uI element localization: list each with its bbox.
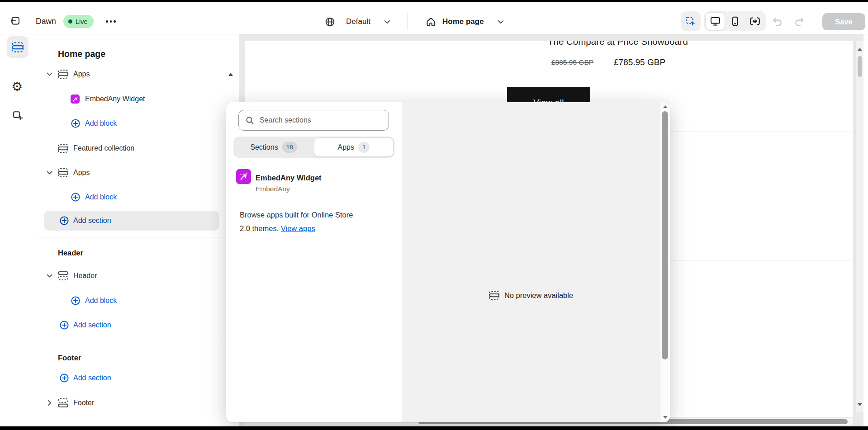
chevron-right-icon[interactable] xyxy=(48,400,52,406)
window-edge-bottom xyxy=(0,426,868,430)
add-section-button[interactable]: Add section xyxy=(35,213,239,229)
chevron-down-icon[interactable] xyxy=(47,171,52,175)
group-heading-header: Header xyxy=(58,245,83,261)
popup-tabs: Sections 18 Apps 1 xyxy=(233,137,394,158)
browse-apps-text: Browse apps built for Online Store 2.0 t… xyxy=(240,208,394,235)
scrollbar-thumb[interactable] xyxy=(662,111,668,359)
chevron-down-icon[interactable] xyxy=(47,72,52,76)
group-heading-footer: Footer xyxy=(58,350,81,366)
topbar-divider xyxy=(407,13,408,30)
no-preview-row: No preview available xyxy=(402,291,660,300)
sidebar-item-footer[interactable]: Footer xyxy=(35,395,239,411)
add-block-button[interactable]: Add block xyxy=(35,293,239,309)
mobile-view-button[interactable] xyxy=(725,12,745,30)
sections-count-badge: 18 xyxy=(282,142,297,153)
scroll-down-arrow[interactable] xyxy=(663,416,668,419)
sidebar-item-label: Footer xyxy=(73,399,94,407)
footer-section-icon xyxy=(58,398,68,407)
sidebar-item-label: Header xyxy=(73,272,97,280)
viewport-switcher xyxy=(704,11,766,31)
tab-apps[interactable]: Apps 1 xyxy=(314,137,394,157)
app-item-title: EmbedAny Widget xyxy=(256,173,322,183)
rail-app-embeds-tab[interactable] xyxy=(12,110,23,121)
section-icon xyxy=(58,70,68,79)
view-apps-link[interactable]: View apps xyxy=(281,224,315,232)
section-icon xyxy=(58,144,68,153)
page-selector[interactable] xyxy=(426,17,436,27)
redo-button[interactable] xyxy=(793,16,805,28)
add-section-label: Add section xyxy=(73,217,111,225)
theme-name: Dawn xyxy=(36,16,56,27)
apps-icon xyxy=(12,110,23,121)
price-row: £885.95 GBP £785.95 GBP xyxy=(245,57,853,68)
sidebar-item-label: Apps xyxy=(73,70,90,78)
search-input[interactable] xyxy=(260,110,386,130)
add-block-label: Add block xyxy=(85,119,117,128)
editor-rail: ⚙ xyxy=(0,34,35,426)
search-sections-field[interactable] xyxy=(238,110,389,131)
add-icon xyxy=(59,320,69,330)
sidebar-item-header[interactable]: Header xyxy=(35,268,239,284)
sidebar-item-label: Apps xyxy=(73,169,90,177)
save-button[interactable]: Save xyxy=(822,13,865,30)
exit-editor-button[interactable] xyxy=(10,16,21,27)
sidebar-item-apps[interactable]: Apps xyxy=(35,68,239,82)
add-block-button[interactable]: Add block xyxy=(35,115,239,132)
sidebar-section-list: Apps EmbedAny Widget Add block Featured … xyxy=(35,68,239,426)
locale-selector[interactable] xyxy=(325,17,335,27)
add-section-button[interactable]: Add section xyxy=(35,370,239,386)
rail-theme-settings-tab[interactable]: ⚙ xyxy=(11,80,23,94)
search-icon xyxy=(246,116,254,125)
add-section-label: Add section xyxy=(73,321,111,329)
add-icon xyxy=(59,216,69,226)
preview-vertical-scrollbar[interactable] xyxy=(855,41,863,412)
popup-scrollbar[interactable] xyxy=(660,102,670,422)
add-icon xyxy=(71,192,81,202)
sidebar-item-apps[interactable]: Apps xyxy=(35,165,239,181)
more-actions-button[interactable] xyxy=(106,20,116,23)
no-preview-icon xyxy=(489,291,499,300)
home-icon xyxy=(426,17,436,27)
sections-icon xyxy=(12,42,24,52)
desktop-view-button[interactable] xyxy=(705,12,725,30)
add-icon xyxy=(71,296,81,306)
add-section-label: Add section xyxy=(73,374,111,382)
preview-margin xyxy=(863,34,868,426)
add-section-button[interactable]: Add section xyxy=(35,317,239,333)
sidebar-item-embedany-widget[interactable]: EmbedAny Widget xyxy=(35,91,239,107)
sidebar-item-label: Featured collection xyxy=(73,144,134,152)
no-preview-label: No preview available xyxy=(504,291,573,300)
rail-sections-tab[interactable] xyxy=(12,42,24,52)
add-block-button[interactable]: Add block xyxy=(35,189,239,205)
tab-sections[interactable]: Sections 18 xyxy=(233,137,314,158)
embedany-app-icon xyxy=(71,95,80,104)
sidebar-item-featured-collection[interactable]: Featured collection xyxy=(35,140,239,156)
scroll-up-arrow[interactable] xyxy=(663,105,668,108)
live-dot-icon xyxy=(68,19,72,24)
scroll-down-arrow[interactable] xyxy=(858,403,862,406)
panel-title: Home page xyxy=(58,47,105,61)
live-badge: Live xyxy=(63,15,94,28)
undo-button[interactable] xyxy=(772,16,783,28)
sidebar-item-label: EmbedAny Widget xyxy=(85,95,145,103)
panel-divider xyxy=(35,342,239,342)
header-section-icon xyxy=(58,271,68,280)
page-divider xyxy=(670,132,853,132)
inspector-icon xyxy=(685,16,697,27)
chevron-down-icon[interactable] xyxy=(384,20,390,24)
chevron-down-icon[interactable] xyxy=(498,20,504,24)
gear-icon: ⚙ xyxy=(11,79,23,94)
scroll-up-arrow[interactable] xyxy=(858,48,862,51)
page-selected-label[interactable]: Home page xyxy=(442,16,484,27)
embedany-app-icon xyxy=(236,169,251,184)
chevron-down-icon[interactable] xyxy=(47,274,52,278)
inspector-button[interactable] xyxy=(681,11,701,31)
panel-divider xyxy=(35,237,239,237)
locale-selected-label[interactable]: Default xyxy=(346,16,370,27)
list-item-embedany-widget[interactable]: EmbedAny Widget EmbedAny xyxy=(226,168,402,195)
fullwidth-view-button[interactable] xyxy=(745,12,765,30)
topbar: Dawn Live Default Home page xyxy=(0,2,868,34)
scrollbar-thumb[interactable] xyxy=(858,56,862,77)
globe-icon xyxy=(325,17,335,27)
add-block-label: Add block xyxy=(85,297,117,305)
